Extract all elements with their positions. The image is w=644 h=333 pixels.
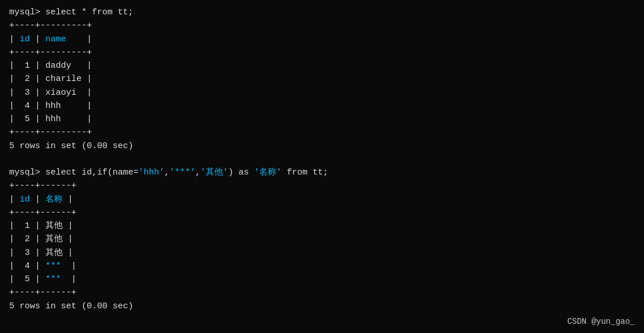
table2-row-1: | 1 | 其他 | [9, 219, 635, 233]
table1-row-2: | 2 | charile | [9, 72, 635, 86]
table1-row-3: | 3 | xiaoyi | [9, 86, 635, 99]
table1-border-top: +----+---------+ [9, 19, 635, 32]
query1-prompt: mysql> select * from tt; [9, 6, 635, 19]
table1-row-1: | 1 | daddy | [9, 59, 635, 72]
blank-line [9, 153, 635, 166]
table2-header: | id | 名称 | [9, 193, 635, 206]
table1-border-bot: +----+---------+ [9, 126, 635, 139]
table2-border-top: +----+------+ [9, 179, 635, 192]
result2: 5 rows in set (0.00 sec) [9, 300, 635, 313]
table2-row-2: | 2 | 其他 | [9, 233, 635, 246]
watermark: CSDN @yun_gao_ [567, 317, 635, 326]
table2-border-bot: +----+------+ [9, 286, 635, 299]
result1: 5 rows in set (0.00 sec) [9, 140, 635, 153]
table2-row-3: | 3 | 其他 | [9, 246, 635, 260]
table2-row-5: | 5 | *** | [9, 273, 635, 286]
table1-border-mid: +----+---------+ [9, 46, 635, 59]
table1-header: | id | name | [9, 33, 635, 46]
terminal: mysql> select * from tt; +----+---------… [0, 0, 644, 333]
table1-row-4: | 4 | hhh | [9, 99, 635, 113]
table1-row-5: | 5 | hhh | [9, 113, 635, 126]
query2-prompt: mysql> select id,if(name='hhh','***','其他… [9, 166, 635, 179]
table2-border-mid: +----+------+ [9, 206, 635, 219]
table2-row-4: | 4 | *** | [9, 260, 635, 273]
